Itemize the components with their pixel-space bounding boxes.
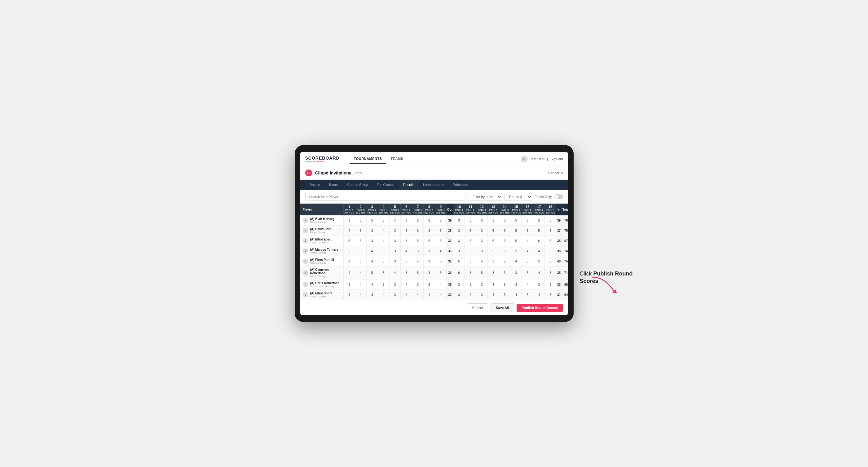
hole-8-score[interactable] <box>424 215 435 226</box>
score-input[interactable] <box>501 239 508 243</box>
tab-tee-groups[interactable]: Tee Groups <box>372 180 399 190</box>
hole-9-score[interactable] <box>435 215 446 226</box>
hole-6-score[interactable] <box>401 256 412 267</box>
hole-6-score[interactable] <box>401 267 412 280</box>
score-input[interactable] <box>490 293 497 297</box>
hole-2-score[interactable] <box>355 215 366 226</box>
back-hole-12-score[interactable] <box>476 215 488 226</box>
back-hole-16-score[interactable] <box>522 236 533 246</box>
score-input[interactable] <box>346 219 353 222</box>
score-input[interactable] <box>501 260 508 263</box>
hole-3-score[interactable] <box>366 280 378 290</box>
hole-5-score[interactable] <box>389 290 401 300</box>
score-input[interactable] <box>437 229 444 232</box>
score-input[interactable] <box>547 239 554 243</box>
score-input[interactable] <box>478 271 485 275</box>
hole-4-score[interactable] <box>378 226 389 236</box>
save-all-button[interactable]: Save All <box>491 303 514 312</box>
score-input[interactable] <box>357 293 364 297</box>
hole-8-score[interactable] <box>424 280 435 290</box>
back-hole-16-score[interactable] <box>522 267 533 280</box>
hole-9-score[interactable] <box>435 246 446 256</box>
hole-7-score[interactable] <box>412 236 424 246</box>
hole-6-score[interactable] <box>401 290 412 300</box>
score-input[interactable] <box>490 260 497 263</box>
score-input[interactable] <box>513 239 519 243</box>
score-input[interactable] <box>369 260 376 263</box>
score-input[interactable] <box>524 293 531 297</box>
back-hole-14-score[interactable] <box>499 267 510 280</box>
back-hole-14-score[interactable] <box>499 236 510 246</box>
back-hole-14-score[interactable] <box>499 226 510 236</box>
back-hole-16-score[interactable] <box>522 256 533 267</box>
score-input[interactable] <box>426 229 433 232</box>
back-hole-12-score[interactable] <box>476 256 488 267</box>
back-hole-16-score[interactable] <box>522 246 533 256</box>
score-input[interactable] <box>501 271 508 275</box>
back-hole-17-score[interactable] <box>533 215 545 226</box>
score-input[interactable] <box>426 271 433 275</box>
hole-1-score[interactable] <box>344 267 355 280</box>
hole-3-score[interactable] <box>366 236 378 246</box>
back-hole-11-score[interactable] <box>465 256 476 267</box>
score-input[interactable] <box>437 249 444 253</box>
back-hole-17-score[interactable] <box>533 267 545 280</box>
score-input[interactable] <box>547 219 554 222</box>
hole-1-score[interactable] <box>344 256 355 267</box>
hole-2-score[interactable] <box>355 290 366 300</box>
score-input[interactable] <box>357 239 364 243</box>
score-input[interactable] <box>426 239 433 243</box>
score-input[interactable] <box>535 239 542 243</box>
score-input[interactable] <box>437 239 444 243</box>
score-input[interactable] <box>403 239 410 243</box>
score-input[interactable] <box>437 293 444 297</box>
score-input[interactable] <box>478 283 485 286</box>
score-input[interactable] <box>403 283 410 286</box>
score-input[interactable] <box>535 293 542 297</box>
score-input[interactable] <box>414 260 421 263</box>
back-hole-12-score[interactable] <box>476 236 488 246</box>
score-input[interactable] <box>456 260 462 263</box>
back-hole-10-score[interactable] <box>453 246 465 256</box>
hole-6-score[interactable] <box>401 215 412 226</box>
score-input[interactable] <box>490 239 497 243</box>
hole-5-score[interactable] <box>389 280 401 290</box>
back-hole-13-score[interactable] <box>488 256 499 267</box>
hole-7-score[interactable] <box>412 280 424 290</box>
score-input[interactable] <box>535 219 542 222</box>
score-input[interactable] <box>513 219 519 222</box>
back-hole-15-score[interactable] <box>510 236 522 246</box>
score-input[interactable] <box>346 293 353 297</box>
toggle-switch[interactable] <box>554 194 563 199</box>
score-input[interactable] <box>513 260 519 263</box>
score-input[interactable] <box>524 219 531 222</box>
hole-7-score[interactable] <box>412 246 424 256</box>
score-input[interactable] <box>524 239 531 243</box>
score-input[interactable] <box>392 249 398 253</box>
score-input[interactable] <box>392 229 398 232</box>
score-input[interactable] <box>547 229 554 232</box>
score-input[interactable] <box>357 219 364 222</box>
back-hole-14-score[interactable] <box>499 280 510 290</box>
score-input[interactable] <box>501 293 508 297</box>
back-hole-11-score[interactable] <box>465 280 476 290</box>
hole-7-score[interactable] <box>412 226 424 236</box>
hole-4-score[interactable] <box>378 215 389 226</box>
back-hole-17-score[interactable] <box>533 246 545 256</box>
filter-by-team-select[interactable]: Filter by team <box>468 193 502 201</box>
back-hole-11-score[interactable] <box>465 267 476 280</box>
score-input[interactable] <box>380 249 387 253</box>
score-input[interactable] <box>467 249 474 253</box>
score-input[interactable] <box>414 219 421 222</box>
score-input[interactable] <box>414 271 421 275</box>
score-input[interactable] <box>369 271 376 275</box>
back-hole-11-score[interactable] <box>465 236 476 246</box>
back-hole-12-score[interactable] <box>476 226 488 236</box>
score-input[interactable] <box>346 260 353 263</box>
hole-3-score[interactable] <box>366 256 378 267</box>
score-input[interactable] <box>414 283 421 286</box>
score-input[interactable] <box>513 283 519 286</box>
back-hole-15-score[interactable] <box>510 290 522 300</box>
score-input[interactable] <box>346 229 353 232</box>
score-input[interactable] <box>403 229 410 232</box>
